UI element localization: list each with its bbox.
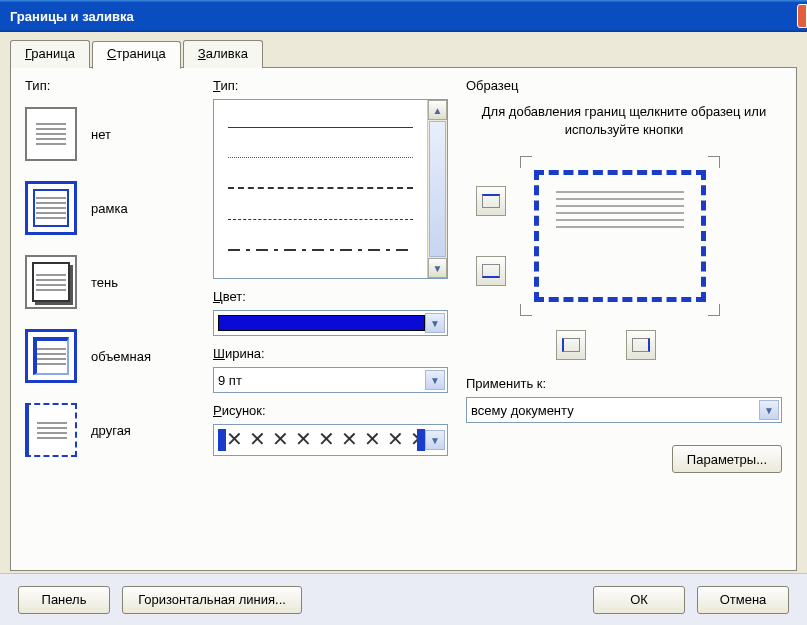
setting-column: Тип: нет рамка (25, 78, 195, 560)
dialog-footer: Панель Горизонтальная линия... ОК Отмена (0, 573, 807, 625)
left-border-toggles (476, 186, 506, 286)
titlebar: Границы и заливка (0, 0, 807, 32)
bottom-border-toggles (556, 330, 782, 360)
chevron-down-icon[interactable]: ▼ (759, 400, 779, 420)
toolbar-button[interactable]: Панель (18, 586, 110, 614)
chevron-down-icon[interactable]: ▼ (425, 313, 445, 333)
preview-hint: Для добавления границ щелкните образец и… (466, 103, 782, 138)
setting-custom-icon (25, 403, 77, 457)
toggle-right-border[interactable] (626, 330, 656, 360)
preview-page-content (556, 186, 684, 286)
chevron-down-icon[interactable]: ▼ (425, 370, 445, 390)
scroll-down-icon[interactable]: ▼ (428, 258, 447, 278)
width-combo[interactable]: 9 пт ▼ (213, 367, 448, 393)
apply-to-value: всему документу (471, 401, 759, 419)
tab-panel: Тип: нет рамка (10, 67, 797, 571)
setting-list: нет рамка тень (25, 107, 195, 457)
tab-border[interactable]: Граница (10, 40, 90, 68)
tab-strip: Граница Страница Заливка (10, 40, 797, 68)
art-label: Рисунок: (213, 403, 448, 418)
corner-marker-icon (708, 304, 720, 316)
style-label: Тип: (213, 78, 448, 93)
apply-to-row: Применить к: всему документу ▼ (466, 376, 782, 433)
preview-column: Образец Для добавления границ щелкните о… (466, 78, 782, 560)
corner-marker-icon (520, 156, 532, 168)
scroll-up-icon[interactable]: ▲ (428, 100, 447, 120)
options-button[interactable]: Параметры... (672, 445, 782, 473)
toggle-bottom-border[interactable] (476, 256, 506, 286)
chevron-down-icon[interactable]: ▼ (425, 430, 445, 450)
line-style-dotted[interactable] (228, 157, 413, 158)
preview-area (476, 156, 782, 316)
width-value: 9 пт (218, 371, 425, 389)
toggle-top-border[interactable] (476, 186, 506, 216)
horizontal-line-button[interactable]: Горизонтальная линия... (122, 586, 302, 614)
dialog-window: Границы и заливка Граница Страница Залив… (0, 0, 807, 625)
line-style-dashed[interactable] (228, 187, 413, 189)
close-icon[interactable] (797, 4, 807, 28)
toggle-left-border[interactable] (556, 330, 586, 360)
color-label: Цвет: (213, 289, 448, 304)
line-style-solid[interactable] (228, 127, 413, 128)
setting-shadow-icon (25, 255, 77, 309)
setting-shadow[interactable]: тень (25, 255, 195, 309)
width-label: Ширина: (213, 346, 448, 361)
line-style-dash-thin[interactable] (228, 219, 413, 220)
preview-box[interactable] (520, 156, 720, 316)
style-listbox[interactable]: ▲ ▼ (213, 99, 448, 279)
dialog-body: Граница Страница Заливка Тип: нет (0, 32, 807, 573)
setting-none[interactable]: нет (25, 107, 195, 161)
preview-label: Образец (466, 78, 782, 93)
apply-to-label: Применить к: (466, 376, 782, 391)
style-column: Тип: ▲ ▼ Цвет: (213, 78, 448, 560)
tab-page[interactable]: Страница (92, 41, 181, 69)
style-options (214, 100, 427, 278)
art-combo[interactable]: ▼ (213, 424, 448, 456)
color-combo[interactable]: ▼ (213, 310, 448, 336)
color-swatch (218, 315, 425, 331)
ok-button[interactable]: ОК (593, 586, 685, 614)
setting-label: Тип: (25, 78, 195, 93)
style-scrollbar[interactable]: ▲ ▼ (427, 100, 447, 278)
window-title: Границы и заливка (10, 9, 134, 24)
setting-3d-icon (25, 329, 77, 383)
setting-custom[interactable]: другая (25, 403, 195, 457)
scroll-thumb[interactable] (429, 121, 446, 257)
setting-none-icon (25, 107, 77, 161)
setting-box-icon (25, 181, 77, 235)
corner-marker-icon (520, 304, 532, 316)
corner-marker-icon (708, 156, 720, 168)
cancel-button[interactable]: Отмена (697, 586, 789, 614)
tab-shading[interactable]: Заливка (183, 40, 263, 68)
setting-box[interactable]: рамка (25, 181, 195, 235)
apply-to-combo[interactable]: всему документу ▼ (466, 397, 782, 423)
art-swatch (218, 429, 425, 451)
setting-3d[interactable]: объемная (25, 329, 195, 383)
line-style-dashdot[interactable] (228, 249, 413, 251)
